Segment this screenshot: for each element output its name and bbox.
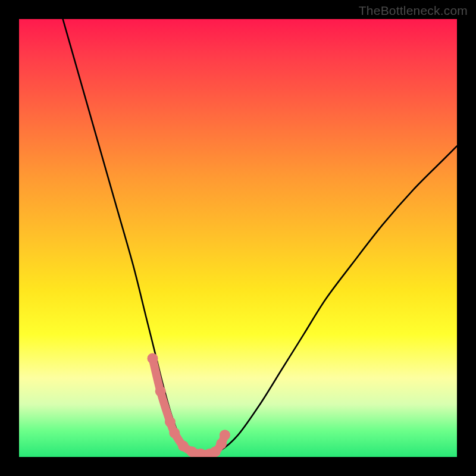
highlight-dot <box>165 416 176 427</box>
highlight-dot <box>178 441 189 452</box>
watermark-text: TheBottleneck.com <box>359 4 468 18</box>
highlight-dot <box>169 428 180 439</box>
plot-area <box>19 19 457 457</box>
highlight-stroke <box>152 358 224 454</box>
highlight-dot <box>155 386 166 397</box>
highlight-dot <box>147 353 158 364</box>
curve-layer <box>19 19 457 457</box>
highlight-dot <box>220 430 230 440</box>
bottleneck-curve <box>63 19 457 455</box>
chart-frame <box>19 19 457 457</box>
